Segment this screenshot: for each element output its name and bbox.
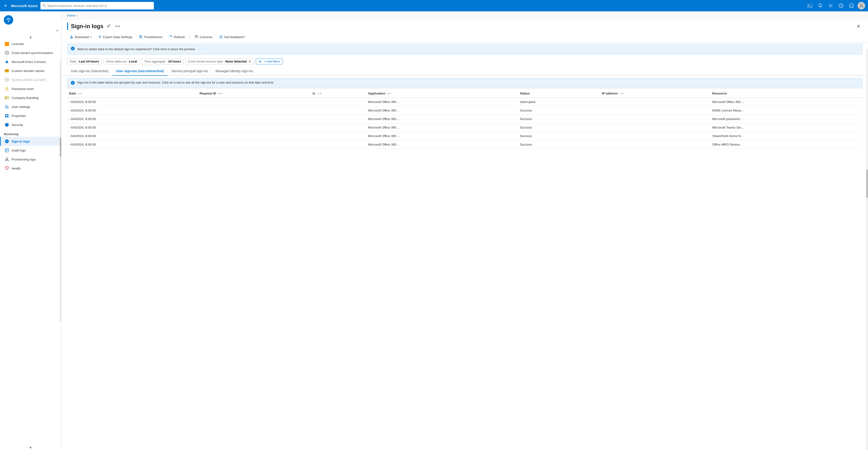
date-filter-chip[interactable]: Date : Last 24 hours (67, 58, 102, 64)
sidebar-item-sign-in-logs[interactable]: Sign-in logs (0, 137, 61, 146)
cell-date: ›6/4/2024, 8:00:00 (67, 106, 197, 115)
cell-request-id (197, 106, 311, 115)
cell-status: Success (518, 123, 600, 132)
row-expand-icon[interactable]: › (69, 126, 70, 129)
columns-button[interactable]: Columns (192, 34, 215, 40)
row-expand-icon[interactable]: › (69, 143, 70, 146)
sidebar-scroll-down-button[interactable]: ▼ (29, 446, 32, 450)
tab-interactive[interactable]: User sign-ins (interactive) (67, 67, 112, 76)
help-icon[interactable]: ? (837, 1, 845, 10)
svg-rect-28 (5, 114, 7, 115)
table-row[interactable]: ›6/4/2024, 8:00:00 Microsoft Office 365 … (67, 132, 862, 140)
table-row[interactable]: ›6/4/2024, 8:00:00 Microsoft Office 365 … (67, 115, 862, 123)
provisioning-logs-icon (4, 157, 9, 162)
sidebar-item-cross-tenant[interactable]: Cross-tenant synchronization (0, 48, 61, 57)
col-header-application[interactable]: Application ▲▼ (366, 89, 518, 98)
sidebar-item-provisioning-logs[interactable]: Provisioning logs (0, 155, 61, 164)
cell-application: Microsoft Office 365 ... (366, 98, 518, 106)
show-dates-filter-chip[interactable]: Show dates as : Local (103, 58, 140, 64)
row-expand-icon[interactable]: › (69, 109, 70, 112)
sidebar-item-user-settings[interactable]: User settings (0, 102, 61, 111)
cross-tenant-filter-chip[interactable]: Cross tenant access type : None Selected… (186, 58, 254, 64)
sidebar-item-licenses[interactable]: 🟧 Licenses (0, 39, 61, 48)
preview-banner-link[interactable]: → (198, 47, 201, 51)
row-expand-icon[interactable]: › (69, 100, 70, 104)
sidebar-scroll-up-button[interactable]: ▲ (29, 35, 32, 39)
table-row[interactable]: ›6/4/2024, 8:00:00 Microsoft Office 365 … (67, 140, 862, 149)
troubleshoot-icon (139, 35, 142, 39)
security-icon (4, 122, 9, 127)
properties-icon (4, 113, 9, 118)
cell-date: ›6/4/2024, 8:00:00 (67, 115, 197, 123)
svg-point-8 (850, 5, 851, 6)
table-row[interactable]: ›6/4/2024, 8:00:00 Microsoft Office 365 … (67, 106, 862, 115)
more-options-icon[interactable]: ••• (114, 23, 122, 29)
search-input[interactable] (48, 4, 152, 7)
col-header-request-id[interactable]: Request ID ▲▼ (197, 89, 311, 98)
svg-text:i: i (72, 47, 73, 50)
feedback-button[interactable]: Got feedback? (216, 33, 248, 41)
svg-rect-2 (807, 4, 812, 7)
svg-point-9 (852, 5, 852, 6)
sidebar-item-health[interactable]: Health (0, 164, 61, 173)
feedback-icon[interactable] (847, 1, 856, 10)
svg-rect-31 (7, 116, 8, 117)
cell-application: Microsoft Office 365 ... (366, 140, 518, 149)
sidebar-item-properties[interactable]: Properties (0, 111, 61, 120)
download-button[interactable]: Download ▾ (67, 34, 94, 40)
sign-in-logs-table: Date ▲▼ Request ID ▲▼ U. ▲▼ Applicatio (67, 89, 862, 149)
tab-non-interactive[interactable]: User sign-ins (non-interactive) (112, 67, 167, 76)
monitoring-section-label: Monitoring (0, 129, 61, 137)
user-avatar[interactable] (858, 2, 865, 9)
breadcrumb-home-link[interactable]: Home (67, 14, 75, 17)
tab-service-principal[interactable]: Service principal sign-ins (167, 67, 212, 76)
cell-resource: Microsoft Office 365 ... (710, 98, 862, 106)
cloud-shell-icon[interactable] (806, 1, 814, 10)
cell-ip-address (600, 140, 710, 149)
tab-managed-identity[interactable]: Managed identity sign-ins (212, 67, 257, 76)
sidebar-item-custom-domain[interactable]: Custom domain names (0, 66, 61, 75)
search-bar[interactable] (40, 2, 154, 9)
refresh-button[interactable]: Refresh (166, 34, 188, 41)
troubleshoot-button[interactable]: Troubleshoot (136, 34, 165, 40)
audit-logs-icon (4, 148, 9, 153)
col-header-status: Status (518, 89, 600, 98)
sidebar-item-security[interactable]: Security (0, 120, 61, 129)
sidebar-item-password-reset[interactable]: Password reset (0, 84, 61, 93)
table-row[interactable]: ›6/4/2024, 8:00:00 Microsoft Office 365 … (67, 98, 862, 106)
close-button[interactable]: ✕ (855, 23, 862, 30)
licenses-icon: 🟧 (4, 41, 9, 46)
topbar-icon-group: ? (806, 1, 865, 10)
info-icon: i (71, 47, 75, 52)
cell-status: Success (518, 140, 600, 149)
show-dates-filter-label: Show dates as (106, 60, 126, 63)
sidebar-collapse-button[interactable]: « (55, 27, 59, 34)
col-header-ip-address[interactable]: IP address ▲▼ (600, 89, 710, 98)
cell-resource: Microsoft password ... (710, 115, 862, 123)
cell-resource: Office MRO Device... (710, 140, 862, 149)
add-filter-button[interactable]: ⊕ + Add filters (256, 58, 283, 64)
sidebar-item-company-branding[interactable]: Company branding (0, 93, 61, 102)
main-scrollbar-thumb (866, 169, 868, 198)
cell-application: Microsoft Office 365 ... (366, 106, 518, 115)
export-settings-button[interactable]: Export Data Settings (95, 34, 135, 41)
hamburger-menu-icon[interactable]: ≡ (3, 2, 8, 10)
table-row[interactable]: ›6/4/2024, 8:00:00 Microsoft Office 365 … (67, 123, 862, 132)
ip-sort-icon: ▲▼ (620, 92, 624, 95)
svg-point-4 (830, 5, 831, 6)
svg-point-10 (861, 4, 862, 6)
settings-icon[interactable] (827, 1, 835, 10)
sidebar-item-entra-connect[interactable]: Microsoft Entra Connect (0, 57, 61, 66)
col-header-user[interactable]: U. ▲▼ (311, 89, 366, 98)
sidebar-scrollbar (60, 59, 61, 322)
svg-marker-14 (5, 60, 8, 63)
pin-icon[interactable] (106, 23, 112, 30)
row-expand-icon[interactable]: › (69, 117, 70, 121)
row-expand-icon[interactable]: › (69, 134, 70, 138)
col-header-date[interactable]: Date ▲▼ (67, 89, 197, 98)
sidebar-item-audit-logs[interactable]: Audit logs (0, 146, 61, 155)
notifications-icon[interactable] (816, 1, 825, 10)
sidebar-item-mobility[interactable]: Mobility (MDM and WIP) (0, 75, 61, 84)
cross-tenant-filter-close-icon[interactable]: ✕ (248, 59, 251, 63)
time-aggregate-filter-chip[interactable]: Time aggregate : 24 hours (142, 58, 184, 64)
